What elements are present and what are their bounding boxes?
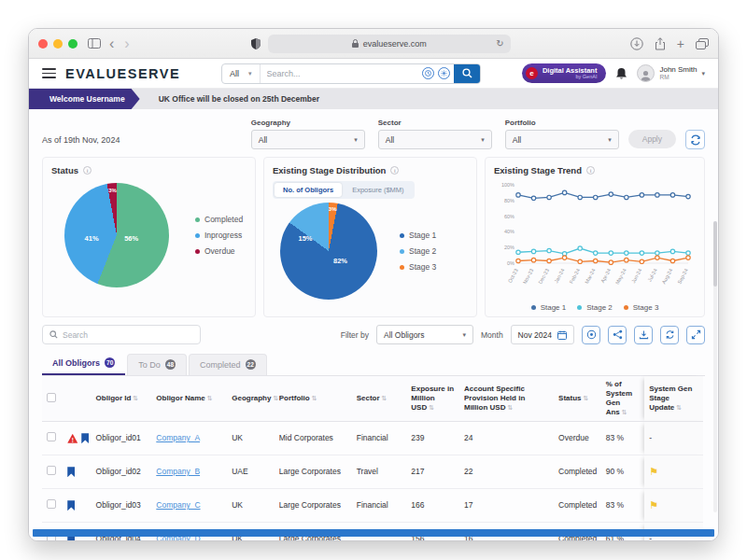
sort-icon[interactable]: ⇅: [133, 395, 138, 401]
sort-icon[interactable]: ⇅: [507, 404, 513, 411]
apply-button[interactable]: Apply: [628, 130, 676, 148]
toggle-exposure[interactable]: Exposure ($MM): [344, 183, 412, 197]
reload-icon[interactable]: ↻: [496, 38, 503, 49]
sector-cell: Travel: [352, 455, 407, 489]
filter-by-select[interactable]: All Obligors ▾: [376, 325, 473, 344]
bookmark-icon[interactable]: [67, 467, 75, 477]
page-scrollbar[interactable]: [713, 221, 717, 512]
toggle-no-of-obligors[interactable]: No. of Obligors: [275, 183, 342, 197]
lock-icon: [352, 39, 359, 48]
back-icon[interactable]: ‹: [107, 35, 116, 52]
column-header-10[interactable]: System Gen Stage Update⇅: [644, 376, 703, 422]
sort-icon[interactable]: ⇅: [676, 404, 682, 411]
sort-icon[interactable]: ⇅: [584, 395, 589, 401]
company-link[interactable]: Company_C: [156, 500, 200, 510]
trend-chart[interactable]: 0%20%40%60%80%100%Oct-23Nov-23Dec-23Jan-…: [494, 177, 696, 302]
filter-select-geography[interactable]: All▾: [251, 130, 365, 149]
obligor-table: Obligor Id⇅Obligor Name⇅Geography⇅Portfo…: [42, 376, 703, 540]
address-bar[interactable]: evalueserve.com ↻: [268, 35, 511, 53]
tab-to-do[interactable]: To Do48: [127, 354, 187, 375]
legend-label: Stage 2: [409, 246, 436, 256]
sort-icon[interactable]: ⇅: [622, 409, 627, 415]
close-window-button[interactable]: [38, 39, 48, 49]
month-label: Month: [481, 330, 503, 340]
geography-cell: UAE: [227, 455, 275, 489]
pie-slice-label: 15%: [299, 234, 313, 243]
sort-icon[interactable]: ⇅: [382, 395, 388, 401]
download-icon[interactable]: [634, 326, 653, 344]
tab-overview-icon[interactable]: [696, 38, 709, 49]
filter-select-sector[interactable]: All▾: [378, 130, 492, 149]
sort-icon[interactable]: ⇅: [273, 395, 278, 401]
month-picker[interactable]: Nov 2024: [511, 325, 574, 344]
privacy-shield-icon[interactable]: [251, 38, 261, 49]
bookmark-icon[interactable]: [81, 433, 89, 443]
search-settings-icon[interactable]: [438, 67, 450, 79]
stage-pie-chart[interactable]: 82%15%3%: [280, 203, 377, 300]
status-pie-chart[interactable]: 56%41%3%: [64, 183, 169, 287]
company-link[interactable]: Company_A: [156, 433, 200, 442]
sync-icon[interactable]: [660, 326, 679, 344]
column-header-8[interactable]: Status⇅: [554, 376, 601, 422]
sort-icon[interactable]: ⇅: [207, 395, 213, 401]
sort-icon[interactable]: ⇅: [312, 395, 317, 401]
geography-cell: UK: [227, 489, 275, 523]
pie-slice-label: 3%: [329, 206, 337, 212]
search-button[interactable]: [454, 64, 480, 83]
info-icon[interactable]: i: [390, 166, 399, 175]
notifications-bell-icon[interactable]: [615, 67, 627, 80]
column-header-6[interactable]: Exposure in Million USD⇅: [406, 376, 459, 422]
legend-dot: [195, 233, 200, 238]
row-checkbox[interactable]: [47, 466, 56, 475]
table-row: !Obligor_id01Company_AUKMid CorporatesFi…: [42, 422, 703, 455]
column-header-2[interactable]: Obligor Name⇅: [151, 376, 227, 422]
svg-text:Sep-24: Sep-24: [676, 268, 689, 285]
column-header-7[interactable]: Account Specific Provision Held in Milli…: [459, 376, 554, 422]
target-icon[interactable]: [582, 326, 600, 344]
info-icon[interactable]: i: [83, 166, 92, 175]
share-icon[interactable]: [655, 37, 666, 50]
company-link[interactable]: Company_B: [156, 467, 200, 476]
obligor-id-cell: Obligor_id01: [92, 422, 152, 455]
info-icon[interactable]: i: [586, 166, 595, 175]
downloads-icon[interactable]: [630, 37, 643, 50]
column-header-3[interactable]: Geography⇅: [227, 376, 275, 422]
menu-icon[interactable]: [42, 68, 56, 77]
row-checkbox[interactable]: [47, 499, 56, 509]
select-all-checkbox[interactable]: [47, 393, 56, 402]
new-tab-icon[interactable]: +: [677, 37, 684, 50]
legend-item: Stage 3: [624, 303, 659, 312]
global-search-input[interactable]: [261, 69, 422, 78]
status-card: Status i 56%41%3% CompletedInprogressOve…: [42, 157, 256, 317]
share-icon[interactable]: [608, 326, 627, 344]
reset-filters-icon[interactable]: [685, 130, 705, 149]
sidebar-toggle-icon[interactable]: [88, 38, 101, 49]
chevron-down-icon: ▾: [481, 136, 485, 144]
table-search-input[interactable]: [63, 330, 193, 340]
expand-icon[interactable]: [686, 326, 705, 344]
flag-icon[interactable]: ⚑: [649, 466, 658, 477]
forward-icon[interactable]: ›: [122, 35, 131, 52]
column-header-1[interactable]: Obligor Id⇅: [92, 376, 152, 422]
minimize-window-button[interactable]: [53, 39, 63, 49]
sort-icon[interactable]: ⇅: [429, 404, 434, 411]
column-header-9[interactable]: % of System Gen Ans⇅: [601, 376, 645, 422]
row-icons-header: [63, 376, 91, 422]
search-scope-select[interactable]: All ▾: [222, 64, 261, 83]
tab-completed[interactable]: Completed22: [189, 354, 267, 375]
column-header-5[interactable]: Sector⇅: [352, 376, 407, 422]
digital-assistant-button[interactable]: e Digital Assistant by GenAI: [522, 63, 606, 83]
exposure-cell: 166: [406, 489, 459, 523]
recent-search-icon[interactable]: [422, 67, 434, 79]
column-header-4[interactable]: Portfolio⇅: [275, 376, 352, 422]
row-checkbox[interactable]: [47, 432, 56, 441]
obligor-name-cell: Company_B: [151, 455, 227, 489]
obligor-id-cell: Obligor_id02: [92, 455, 152, 489]
tab-all-obligors[interactable]: All Obligors70: [42, 353, 125, 375]
filter-select-portfolio[interactable]: All▾: [505, 130, 619, 149]
zoom-window-button[interactable]: [68, 39, 78, 49]
user-menu[interactable]: John Smith RM ▾: [637, 64, 705, 82]
flag-icon[interactable]: ⚑: [649, 499, 658, 511]
legend-item: Stage 2: [400, 246, 436, 256]
bookmark-icon[interactable]: [67, 500, 75, 511]
